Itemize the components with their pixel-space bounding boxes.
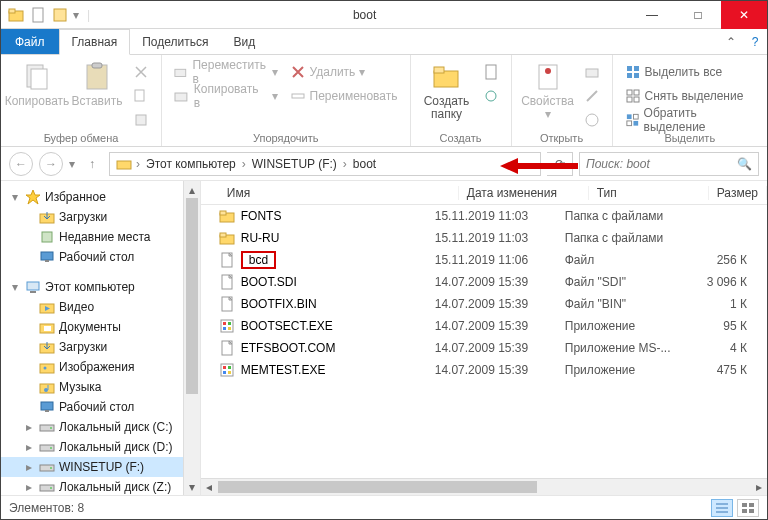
col-name[interactable]: Имя (219, 186, 459, 200)
open-button[interactable] (580, 61, 604, 83)
qat-dropdown-icon[interactable]: ▾ (73, 8, 79, 22)
file-date: 14.07.2009 15:39 (435, 341, 565, 355)
scroll-up-icon[interactable]: ▴ (184, 181, 200, 198)
svg-rect-27 (627, 97, 632, 102)
tree-item[interactable]: Загрузки (1, 207, 200, 227)
status-bar: Элементов: 8 (1, 495, 767, 519)
tree-item[interactable]: ▸Локальный диск (Z:) (1, 477, 200, 495)
tree-item[interactable]: ▸Локальный диск (D:) (1, 437, 200, 457)
forward-button[interactable]: → (39, 152, 63, 176)
delete-button[interactable]: Удалить ▾ (286, 61, 402, 83)
share-tab[interactable]: Поделиться (130, 29, 221, 54)
new-folder-button[interactable]: Создать папку (419, 59, 475, 121)
tree-item[interactable]: Рабочий стол (1, 397, 200, 417)
address-dropdown-icon[interactable]: ⌄ (522, 157, 538, 171)
paste-button[interactable]: Вставить (69, 59, 125, 108)
edit-button[interactable] (580, 85, 604, 107)
clipboard-group: Копировать Вставить Буфер обмена (1, 55, 162, 146)
scroll-down-icon[interactable]: ▾ (184, 478, 200, 495)
rename-button[interactable]: Переименовать (286, 85, 402, 107)
move-to-button[interactable]: Переместить в ▾ (170, 61, 282, 83)
folder-icon (7, 6, 25, 24)
details-view-button[interactable] (711, 499, 733, 517)
tree-item[interactable]: Музыка (1, 377, 200, 397)
svg-point-20 (586, 114, 598, 126)
exe-icon (219, 362, 235, 378)
properties-icon[interactable] (51, 6, 69, 24)
col-size[interactable]: Размер (709, 186, 767, 200)
home-tab[interactable]: Главная (59, 29, 131, 55)
minimize-ribbon-icon[interactable]: ⌃ (719, 29, 743, 54)
tree-item[interactable]: ▾Избранное (1, 187, 200, 207)
select-all-button[interactable]: Выделить все (621, 61, 759, 83)
tree-item[interactable]: ▸WINSETUP (F:) (1, 457, 200, 477)
search-icon[interactable]: 🔍 (737, 157, 752, 171)
tree-label: Локальный диск (C:) (59, 420, 173, 434)
tree-scrollbar[interactable]: ▴ ▾ (183, 181, 200, 495)
file-row[interactable]: MEMTEST.EXE 14.07.2009 15:39 Приложение … (201, 359, 767, 381)
exe-icon (219, 318, 235, 334)
invert-selection-button[interactable]: Обратить выделение (621, 109, 759, 131)
maximize-button[interactable]: □ (675, 1, 721, 29)
search-box[interactable]: 🔍 (579, 152, 759, 176)
tree-item[interactable]: ▾Этот компьютер (1, 277, 200, 297)
file-row[interactable]: BOOT.SDI 14.07.2009 15:39 Файл "SDI" 3 0… (201, 271, 767, 293)
new-item-button[interactable] (479, 61, 503, 83)
new-group: Создать папку Создать (411, 55, 512, 146)
tree-item[interactable]: Изображения (1, 357, 200, 377)
history-button[interactable] (580, 109, 604, 131)
properties-button[interactable]: Свойства▾ (520, 59, 576, 121)
cut-button[interactable] (129, 61, 153, 83)
copy-to-button[interactable]: Копировать в ▾ (170, 85, 282, 107)
breadcrumb-drive[interactable]: WINSETUP (F:) (246, 157, 343, 171)
tree-item[interactable]: Загрузки (1, 337, 200, 357)
breadcrumb-pc[interactable]: Этот компьютер (140, 157, 242, 171)
select-none-button[interactable]: Снять выделение (621, 85, 759, 107)
file-row[interactable]: bcd 15.11.2019 11:06 Файл 256 К (201, 249, 767, 271)
scroll-left-icon[interactable]: ◂ (201, 479, 218, 495)
file-type: Папка с файлами (565, 231, 685, 245)
new-doc-icon[interactable] (29, 6, 47, 24)
svg-rect-63 (220, 211, 226, 215)
tree-item[interactable]: Рабочий стол (1, 247, 200, 267)
up-button[interactable]: ↑ (89, 157, 103, 171)
file-name: BOOTFIX.BIN (241, 297, 317, 311)
back-button[interactable]: ← (9, 152, 33, 176)
tree-item[interactable]: Видео (1, 297, 200, 317)
view-tab[interactable]: Вид (221, 29, 268, 54)
close-button[interactable]: ✕ (721, 1, 767, 29)
file-row[interactable]: BOOTFIX.BIN 14.07.2009 15:39 Файл "BIN" … (201, 293, 767, 315)
minimize-button[interactable]: — (629, 1, 675, 29)
search-input[interactable] (586, 157, 737, 171)
file-row[interactable]: RU-RU 15.11.2019 11:03 Папка с файлами (201, 227, 767, 249)
file-row[interactable]: FONTS 15.11.2019 11:03 Папка с файлами (201, 205, 767, 227)
svg-rect-47 (40, 364, 54, 373)
refresh-button[interactable]: ⟳ (547, 152, 573, 176)
navigation-tree[interactable]: ▾ИзбранноеЗагрузкиНедавние местаРабочий … (1, 181, 201, 495)
col-type[interactable]: Тип (589, 186, 709, 200)
tree-item[interactable]: Документы (1, 317, 200, 337)
list-hscrollbar[interactable]: ◂ ▸ (201, 478, 767, 495)
history-dropdown-icon[interactable]: ▾ (69, 157, 83, 171)
scroll-right-icon[interactable]: ▸ (750, 479, 767, 495)
svg-rect-75 (221, 364, 233, 376)
help-icon[interactable]: ? (743, 29, 767, 54)
breadcrumb[interactable]: › Этот компьютер › WINSETUP (F:) › boot … (109, 152, 541, 176)
file-row[interactable]: BOOTSECT.EXE 14.07.2009 15:39 Приложение… (201, 315, 767, 337)
paste-shortcut-button[interactable] (129, 109, 153, 131)
copy-button[interactable]: Копировать (9, 59, 65, 108)
tree-icon (39, 359, 55, 375)
easy-access-button[interactable] (479, 85, 503, 107)
tree-item[interactable]: Недавние места (1, 227, 200, 247)
copy-path-button[interactable] (129, 85, 153, 107)
svg-rect-29 (626, 114, 631, 119)
tree-icon (39, 399, 55, 415)
file-tab[interactable]: Файл (1, 29, 59, 54)
icons-view-button[interactable] (737, 499, 759, 517)
file-list[interactable]: FONTS 15.11.2019 11:03 Папка с файлами R… (201, 205, 767, 478)
file-row[interactable]: ETFSBOOT.COM 14.07.2009 15:39 Приложение… (201, 337, 767, 359)
breadcrumb-folder[interactable]: boot (347, 157, 382, 171)
column-headers[interactable]: Имя Дата изменения Тип Размер (201, 181, 767, 205)
col-date[interactable]: Дата изменения (459, 186, 589, 200)
tree-item[interactable]: ▸Локальный диск (C:) (1, 417, 200, 437)
